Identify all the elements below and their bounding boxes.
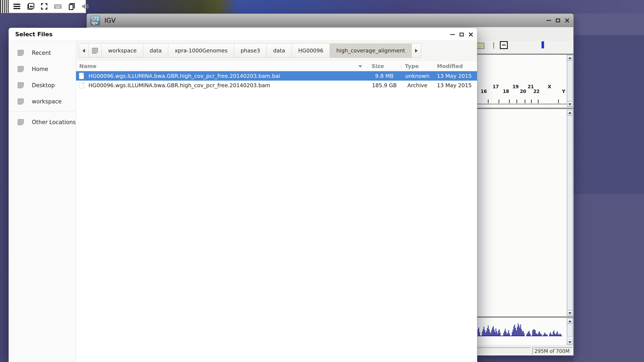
scrollbar-thumb[interactable] xyxy=(567,61,572,101)
histogram-bar xyxy=(508,330,509,336)
pathbar-root-button[interactable] xyxy=(88,44,102,58)
scroll-up-icon[interactable] xyxy=(567,319,572,324)
igv-maximize-button[interactable] xyxy=(556,18,560,22)
toolbar-separator xyxy=(493,42,494,49)
scroll-down-icon[interactable] xyxy=(567,339,572,345)
column-separator[interactable] xyxy=(368,62,368,70)
file-cell: HG00096.wgs.ILLUMINA.bwa.GBR.high_cov_pc… xyxy=(88,81,270,90)
histogram-bar xyxy=(544,333,545,336)
sidebar-item-recent[interactable]: Recent xyxy=(9,46,76,60)
place-icon xyxy=(18,50,24,56)
sidebar-separator xyxy=(9,111,76,112)
breadcrumb-segment[interactable]: data xyxy=(267,44,292,58)
breadcrumb-segment[interactable]: data xyxy=(143,44,168,58)
chromosome-label[interactable]: X xyxy=(548,84,551,89)
dialog-minimize-button[interactable] xyxy=(450,34,455,35)
histogram-bar xyxy=(539,331,540,336)
grip-handle[interactable] xyxy=(0,0,8,13)
histogram-bar xyxy=(488,326,488,336)
dialog-close-button[interactable] xyxy=(468,32,473,37)
chromosome-label[interactable]: 21 xyxy=(528,84,534,89)
histogram-bar xyxy=(554,331,554,336)
sort-descending-icon[interactable] xyxy=(358,65,362,68)
memory-indicator: 295M of 700M xyxy=(532,348,573,355)
collapse-tracks-icon[interactable] xyxy=(500,41,508,49)
coverage-scrollbar[interactable] xyxy=(567,318,573,345)
scroll-up-icon[interactable] xyxy=(567,55,572,60)
sidebar-item-label: Recent xyxy=(32,50,51,56)
xpra-taskbar xyxy=(0,0,86,13)
histogram-bar xyxy=(493,326,494,336)
place-icon xyxy=(18,119,24,125)
chromosome-label[interactable]: 20 xyxy=(520,89,526,94)
cursor-position-indicator xyxy=(542,41,544,48)
ruler-tick xyxy=(525,100,525,103)
dialog-title: Select Files xyxy=(15,31,52,37)
chromosome-label[interactable]: 17 xyxy=(492,84,499,89)
histogram-bar xyxy=(504,331,505,336)
column-header-type[interactable]: Type xyxy=(405,61,419,71)
igv-titlebar[interactable]: igv IGV xyxy=(87,14,573,27)
breadcrumb-segment[interactable]: workspace xyxy=(102,44,143,58)
track-scrollbar[interactable] xyxy=(567,110,573,316)
scroll-up-icon[interactable] xyxy=(567,110,572,115)
column-header-name[interactable]: Name xyxy=(79,61,96,71)
chromosome-label[interactable]: 19 xyxy=(512,84,519,89)
chromosome-label[interactable]: 18 xyxy=(503,89,509,94)
drive-icon xyxy=(92,48,98,54)
ruler-tick xyxy=(509,100,510,103)
file-row[interactable]: HG00096.wgs.ILLUMINA.bwa.GBR.high_cov_pc… xyxy=(76,81,477,90)
column-separator[interactable] xyxy=(401,62,401,70)
pathbar-forward-button[interactable] xyxy=(412,44,421,58)
histogram-bar xyxy=(558,334,558,336)
igv-close-button[interactable] xyxy=(565,18,570,23)
scrollbar-thumb[interactable] xyxy=(567,115,572,310)
ruler-tick xyxy=(558,100,559,103)
histogram-bar xyxy=(553,332,554,336)
scrollbar-thumb[interactable] xyxy=(567,324,572,337)
histogram-bar xyxy=(508,333,508,336)
breadcrumb-segment[interactable]: HG00096 xyxy=(292,44,330,58)
scroll-down-icon[interactable] xyxy=(567,101,572,107)
scroll-down-icon[interactable] xyxy=(567,310,572,316)
chromosome-label[interactable]: 22 xyxy=(534,89,540,94)
sidebar-item-label: Other Locations xyxy=(32,119,76,125)
chromosome-label[interactable]: Y xyxy=(562,89,565,94)
pathbar-strip: workspacedataxpra-1000Genomesphase3dataH… xyxy=(76,41,477,61)
menu-icon[interactable] xyxy=(13,2,21,10)
sidebar-item-home[interactable]: Home xyxy=(9,62,76,76)
breadcrumb-segment[interactable]: high_coverage_alignment xyxy=(330,44,412,58)
breadcrumb-segment[interactable]: xpra-1000Genomes xyxy=(168,44,234,58)
file-cell: 13 May 2015 xyxy=(437,71,472,81)
file-row[interactable]: HG00096.wgs.ILLUMINA.bwa.GBR.high_cov_pc… xyxy=(76,71,477,81)
places-sidebar: RecentHomeDesktopworkspaceOther Location… xyxy=(9,41,76,362)
dialog-maximize-button[interactable] xyxy=(460,33,464,36)
igv-minimize-button[interactable] xyxy=(546,20,551,21)
histogram-bar xyxy=(521,329,522,336)
ruler-tick xyxy=(516,100,517,103)
histogram-bar xyxy=(479,332,480,336)
histogram-bar xyxy=(496,328,496,336)
sidebar-item-workspace[interactable]: workspace xyxy=(9,95,76,108)
ruler-scrollbar[interactable] xyxy=(567,55,573,107)
file-cell: 13 May 2015 xyxy=(437,81,472,90)
sidebar-item-desktop[interactable]: Desktop xyxy=(9,78,76,92)
histogram-bar xyxy=(518,323,518,336)
chromosome-label[interactable]: 16 xyxy=(481,89,487,94)
column-header-size[interactable]: Size xyxy=(372,61,384,71)
histogram-bar xyxy=(490,333,491,336)
breadcrumb-segment[interactable]: phase3 xyxy=(234,44,267,58)
pathbar-back-button[interactable] xyxy=(79,44,88,58)
sidebar-item-other-locations[interactable]: Other Locations xyxy=(9,115,76,129)
copy-icon[interactable] xyxy=(68,2,76,10)
dialog-titlebar[interactable]: Select Files xyxy=(9,28,477,41)
speaker-icon[interactable] xyxy=(81,2,89,10)
images-icon[interactable] xyxy=(26,2,34,10)
histogram-bar xyxy=(513,330,513,336)
column-header-modified[interactable]: Modified xyxy=(437,61,463,71)
column-separator[interactable] xyxy=(434,62,434,70)
histogram-bar xyxy=(515,328,516,336)
histogram-bar xyxy=(524,333,524,336)
keyboard-icon[interactable] xyxy=(54,2,62,10)
fullscreen-icon[interactable] xyxy=(40,2,48,10)
